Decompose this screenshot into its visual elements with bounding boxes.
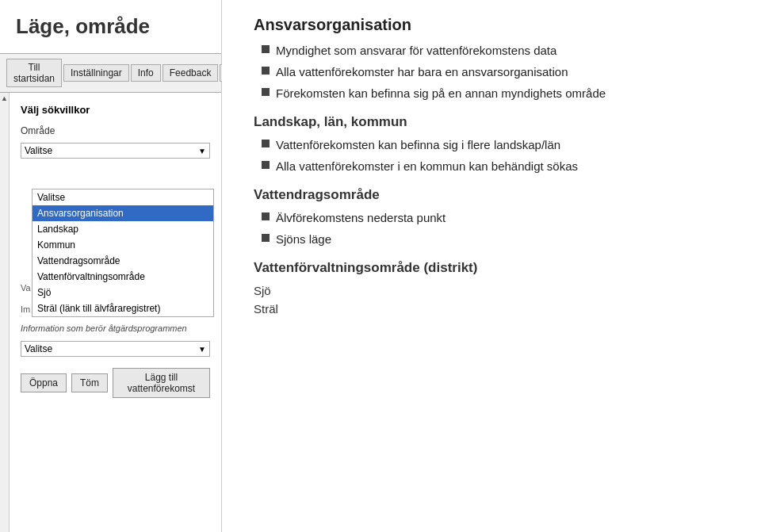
- section3-heading: Vattendragsområde: [254, 187, 737, 203]
- plain-list: Sjö Sträl: [254, 282, 737, 318]
- section3-list: Älvförekomstens nedersta punkt Sjöns läg…: [262, 209, 737, 247]
- list-item-text: Alla vattenförekomster har bara en ansva…: [276, 63, 568, 80]
- dropdown-item-vattendrag[interactable]: Vattendragsområde: [33, 253, 213, 269]
- bottom-select-value: Valitse: [25, 343, 52, 354]
- nav-bar: Till startsidan Inställningar Info Feedb…: [0, 53, 221, 93]
- list-item-text: Förekomsten kan befinna sig på en annan …: [276, 85, 606, 101]
- area-select-value: Valitse: [25, 145, 52, 156]
- scroll-bar: ▲: [0, 93, 10, 532]
- area-select-arrow: ▼: [198, 147, 206, 155]
- list-item: Vattenförekomsten kan befinna sig i fler…: [262, 136, 737, 153]
- dropdown-item-valitse[interactable]: Valitse: [33, 189, 213, 205]
- action-buttons: Öppna Töm Lägg till vattenförekomst: [21, 368, 210, 398]
- list-item: Myndighet som ansvarar för vattenförekom…: [262, 42, 737, 59]
- dropdown-item-ansvars[interactable]: Ansvarsorganisation: [33, 205, 213, 221]
- info-btn[interactable]: Info: [131, 64, 161, 82]
- dropdown-item-landskap[interactable]: Landskap: [33, 221, 213, 237]
- section1-list: Myndighet som ansvarar för vattenförekom…: [262, 42, 737, 101]
- bullet-icon: [262, 212, 270, 220]
- list-item: Älvförekomstens nedersta punkt: [262, 209, 737, 226]
- left-inner: ▲ Välj sökvillkor Område Valitse ▼ Valit…: [0, 93, 221, 532]
- till-startsidan-btn[interactable]: Till startsidan: [6, 59, 62, 87]
- list-item-text: Vattenförekomsten kan befinna sig i fler…: [276, 136, 560, 153]
- list-item-text: Myndighet som ansvarar för vattenförekom…: [276, 42, 556, 59]
- dropdown-item-kommun[interactable]: Kommun: [33, 237, 213, 253]
- bullet-icon: [262, 45, 270, 53]
- area-select-container: Valitse ▼ Valitse Ansvarsorganisation La…: [21, 143, 210, 159]
- scroll-up-icon: ▲: [1, 94, 8, 102]
- left-panel: Läge, område Till startsidan Inställning…: [0, 0, 222, 532]
- bullet-icon: [262, 234, 270, 242]
- area-label: Område: [21, 125, 210, 136]
- bottom-select[interactable]: Valitse ▼: [21, 341, 210, 357]
- list-item-text: Sjöns läge: [276, 231, 331, 247]
- dropdown-item-stral[interactable]: Sträl (länk till älvfåraregistret): [33, 300, 213, 316]
- bullet-icon: [262, 140, 270, 147]
- dropdown-item-sjo[interactable]: Sjö: [33, 285, 213, 300]
- section2-heading: Landskap, län, kommun: [254, 114, 737, 130]
- plain-list-item: Sjö: [254, 282, 737, 300]
- main-heading: Ansvarsorganisation: [254, 16, 737, 34]
- section1-label: Välj sökvillkor: [21, 104, 210, 116]
- info-label: Information som berör åtgärdsprogrammen: [21, 323, 210, 333]
- section2-list: Vattenförekomsten kan befinna sig i fler…: [262, 136, 737, 174]
- list-item-text: Alla vattenförekomster i en kommun kan b…: [276, 158, 578, 174]
- installningar-btn[interactable]: Inställningar: [63, 64, 129, 82]
- dropdown-item-vattenforvaltning[interactable]: Vattenförvaltningsområde: [33, 269, 213, 285]
- bullet-icon: [262, 67, 270, 75]
- area-dropdown: Valitse Ansvarsorganisation Landskap Kom…: [32, 189, 214, 317]
- bullet-icon: [262, 161, 270, 169]
- section4-heading: Vattenförvaltningsområde (distrikt): [254, 260, 737, 276]
- list-item: Förekomsten kan befinna sig på en annan …: [262, 85, 737, 101]
- list-item: Alla vattenförekomster i en kommun kan b…: [262, 158, 737, 174]
- tom-btn[interactable]: Töm: [71, 373, 108, 392]
- plain-list-item: Sträl: [254, 300, 737, 319]
- list-item: Sjöns läge: [262, 231, 737, 247]
- bullet-icon: [262, 88, 270, 96]
- lagg-till-btn[interactable]: Lägg till vattenförekomst: [113, 368, 210, 398]
- page-title: Läge, område: [0, 0, 221, 53]
- right-panel: Ansvarsorganisation Myndighet som ansvar…: [222, 0, 761, 532]
- bottom-select-arrow: ▼: [198, 345, 206, 354]
- feedback-btn[interactable]: Feedback: [163, 64, 219, 82]
- oppna-btn[interactable]: Öppna: [21, 373, 67, 392]
- list-item-text: Älvförekomstens nedersta punkt: [276, 209, 446, 226]
- area-select[interactable]: Valitse ▼: [21, 143, 210, 159]
- list-item: Alla vattenförekomster har bara en ansva…: [262, 63, 737, 80]
- form-area: Välj sökvillkor Område Valitse ▼ Valitse…: [10, 93, 221, 532]
